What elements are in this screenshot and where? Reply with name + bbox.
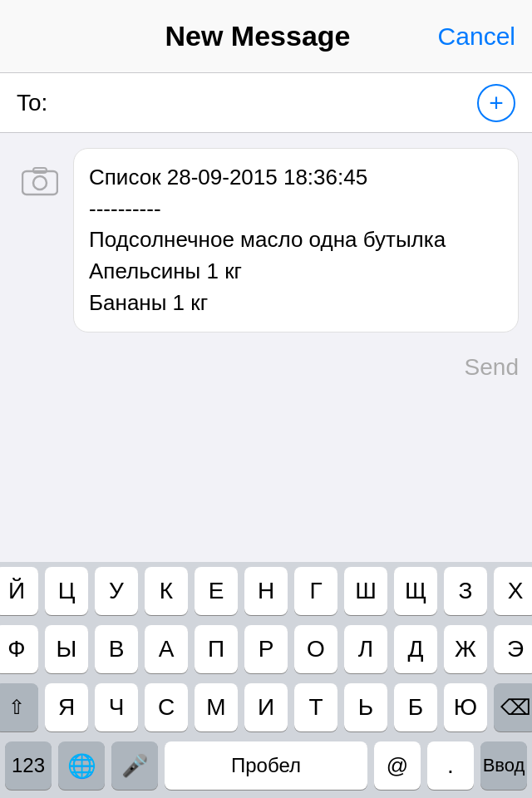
backspace-key[interactable]: ⌫ <box>494 683 532 732</box>
key-т[interactable]: Т <box>294 683 337 732</box>
add-recipient-button[interactable]: + <box>477 84 515 122</box>
shift-icon: ⇧ <box>8 696 25 719</box>
page-title: New Message <box>83 20 432 52</box>
keyboard: Й Ц У К Е Н Г Ш Щ З Х Ф Ы В А П Р О Л Д … <box>0 562 532 798</box>
globe-icon: 🌐 <box>67 752 96 780</box>
svg-rect-0 <box>22 171 57 195</box>
keyboard-row-3: ⇧ Я Ч С М И Т Ь Б Ю ⌫ <box>0 678 532 736</box>
enter-key[interactable]: Ввод <box>480 741 527 790</box>
key-ф[interactable]: Ф <box>0 625 38 673</box>
key-н[interactable]: Н <box>244 567 288 615</box>
dot-key[interactable]: . <box>427 741 474 790</box>
camera-button[interactable] <box>13 155 66 208</box>
header: New Message Cancel <box>0 0 532 73</box>
key-о[interactable]: О <box>294 625 337 673</box>
key-л[interactable]: Л <box>344 625 387 673</box>
key-х[interactable]: Х <box>494 567 532 615</box>
globe-key[interactable]: 🌐 <box>58 741 105 790</box>
key-б[interactable]: Б <box>394 683 437 732</box>
key-м[interactable]: М <box>195 683 238 732</box>
send-button[interactable]: Send <box>465 354 519 381</box>
keyboard-row-2: Ф Ы В А П Р О Л Д Ж Э <box>0 620 532 678</box>
message-bubble[interactable]: Список 28-09-2015 18:36:45 ---------- По… <box>73 148 519 332</box>
key-и[interactable]: И <box>244 683 288 732</box>
key-ж[interactable]: Ж <box>444 625 487 673</box>
key-е[interactable]: Е <box>195 567 238 615</box>
keyboard-row-1: Й Ц У К Е Н Г Ш Щ З Х <box>0 562 532 620</box>
svg-point-1 <box>33 176 47 190</box>
key-г[interactable]: Г <box>294 567 337 615</box>
key-д[interactable]: Д <box>394 625 437 673</box>
message-text: Список 28-09-2015 18:36:45 ---------- По… <box>89 165 446 315</box>
key-э[interactable]: Э <box>494 625 532 673</box>
key-с[interactable]: С <box>145 683 188 732</box>
key-ш[interactable]: Ш <box>344 567 387 615</box>
key-я[interactable]: Я <box>45 683 88 732</box>
key-й[interactable]: Й <box>0 567 38 615</box>
key-к[interactable]: К <box>145 567 188 615</box>
at-key[interactable]: @ <box>374 741 421 790</box>
key-в[interactable]: В <box>95 625 138 673</box>
backspace-icon: ⌫ <box>500 695 531 721</box>
key-ь[interactable]: Ь <box>344 683 387 732</box>
key-ц[interactable]: Ц <box>45 567 88 615</box>
keyboard-bottom-row: 123 🌐 🎤 Пробел @ . Ввод <box>0 736 532 798</box>
key-з[interactable]: З <box>444 567 487 615</box>
space-key[interactable]: Пробел <box>165 741 367 790</box>
key-у[interactable]: У <box>95 567 138 615</box>
to-input[interactable] <box>56 90 477 116</box>
to-label: To: <box>17 90 47 116</box>
key-ч[interactable]: Ч <box>95 683 138 732</box>
mic-key[interactable]: 🎤 <box>111 741 158 790</box>
key-п[interactable]: П <box>195 625 238 673</box>
camera-icon <box>22 166 58 196</box>
key-щ[interactable]: Щ <box>394 567 437 615</box>
key-ы[interactable]: Ы <box>45 625 88 673</box>
key-ю[interactable]: Ю <box>444 683 487 732</box>
key-р[interactable]: Р <box>244 625 288 673</box>
to-row: To: + <box>0 73 532 133</box>
key-а[interactable]: А <box>145 625 188 673</box>
cancel-button[interactable]: Cancel <box>432 22 515 51</box>
numbers-key[interactable]: 123 <box>5 741 52 790</box>
mic-icon: 🎤 <box>121 753 148 779</box>
message-area: Список 28-09-2015 18:36:45 ---------- По… <box>0 133 532 399</box>
shift-key[interactable]: ⇧ <box>0 683 38 732</box>
